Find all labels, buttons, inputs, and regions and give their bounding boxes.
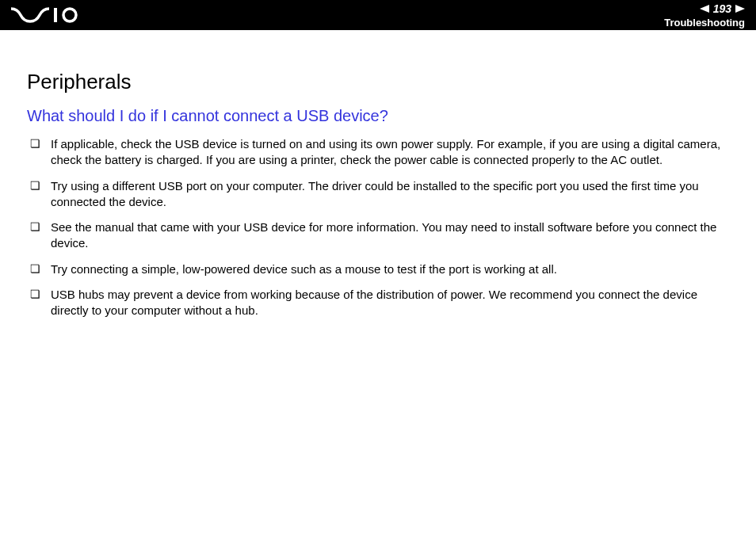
list-item: USB hubs may prevent a device from worki…: [27, 287, 729, 319]
list-item: See the manual that came with your USB d…: [27, 219, 729, 252]
svg-point-1: [63, 9, 76, 21]
svg-marker-3: [735, 5, 745, 13]
vaio-logo-icon: [11, 7, 82, 23]
svg-marker-2: [700, 5, 709, 13]
page-subtitle: What should I do if I cannot connect a U…: [27, 107, 729, 125]
vaio-logo: [11, 7, 82, 23]
content-area: Peripherals What should I do if I cannot…: [0, 30, 756, 318]
arrow-right-icon[interactable]: [735, 2, 745, 16]
page-nav: 193: [664, 2, 745, 16]
header-bar: 193 Troubleshooting: [0, 0, 756, 30]
svg-rect-0: [54, 8, 57, 22]
list-item: Try using a different USB port on your c…: [27, 178, 729, 211]
arrow-left-icon[interactable]: [700, 2, 709, 16]
page-title: Peripherals: [27, 70, 729, 94]
header-right: 193 Troubleshooting: [664, 2, 745, 29]
list-item: Try connecting a simple, low-powered dev…: [27, 261, 729, 277]
section-label: Troubleshooting: [664, 17, 745, 29]
bullet-list: If applicable, check the USB device is t…: [27, 136, 729, 318]
page-number: 193: [711, 2, 734, 15]
list-item: If applicable, check the USB device is t…: [27, 136, 729, 169]
